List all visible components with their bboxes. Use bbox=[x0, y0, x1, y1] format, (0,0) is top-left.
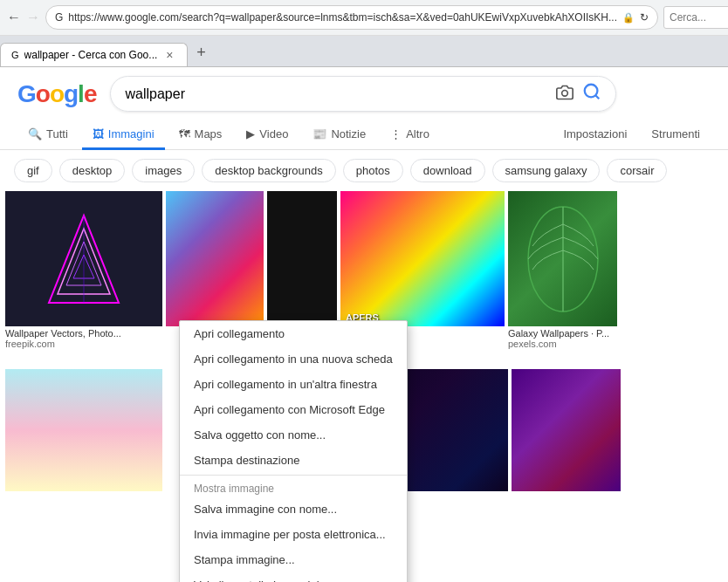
tab-favicon: G bbox=[11, 50, 19, 60]
ctx-send-email[interactable]: Invia immagine per posta elettronica... bbox=[180, 522, 407, 547]
logo-letter-e: e bbox=[84, 80, 97, 107]
chip-photos[interactable]: photos bbox=[343, 159, 403, 182]
image-card-8[interactable] bbox=[512, 369, 621, 491]
nav-immagini-label: Immagini bbox=[108, 127, 155, 140]
chip-desktop[interactable]: desktop bbox=[59, 159, 126, 182]
browser-toolbar: ← → G https://www.google.com/search?q=wa… bbox=[0, 0, 728, 36]
logo-letter-g: G bbox=[17, 80, 36, 107]
nav-strumenti-label: Strumenti bbox=[651, 127, 700, 140]
logo-letter-l: l bbox=[78, 80, 84, 107]
ctx-go-images-folder[interactable]: Vai alla cartella Immagini bbox=[180, 572, 407, 582]
logo-letter-o1: o bbox=[36, 80, 50, 107]
svg-point-0 bbox=[562, 90, 568, 96]
logo-letter-g2: g bbox=[64, 80, 78, 107]
ctx-save-object[interactable]: Salva oggetto con nome... bbox=[180, 422, 407, 448]
nav-video-label: Video bbox=[259, 127, 288, 140]
search-bar bbox=[110, 76, 616, 112]
image-source-5: pexels.com bbox=[508, 339, 617, 349]
nav-notizie-label: Notizie bbox=[331, 127, 366, 140]
image-col-1: Wallpaper Vectors, Photo... freepik.com bbox=[5, 191, 162, 366]
nav-item-immagini[interactable]: 🖼 Immagini bbox=[82, 120, 165, 150]
nav-strumenti[interactable]: Strumenti bbox=[641, 120, 711, 150]
lock-icon: 🔒 bbox=[622, 12, 635, 24]
image-card-5[interactable] bbox=[508, 191, 617, 326]
image-card-4[interactable]: APERS bbox=[340, 191, 505, 326]
images-nav-icon: 🖼 bbox=[93, 127, 104, 140]
browser-search-input[interactable] bbox=[663, 6, 728, 29]
ctx-print-target[interactable]: Stampa destinazione bbox=[180, 448, 407, 473]
chip-images[interactable]: images bbox=[132, 159, 195, 182]
address-bar: G https://www.google.com/search?q=wallpa… bbox=[45, 5, 658, 30]
chip-samsung-galaxy[interactable]: samsung galaxy bbox=[492, 159, 601, 182]
nav-item-tutti[interactable]: 🔍 Tutti bbox=[17, 120, 79, 150]
chip-desktop-backgrounds[interactable]: desktop backgrounds bbox=[202, 159, 336, 182]
ctx-open-edge[interactable]: Apri collegamento con Microsoft Edge bbox=[180, 397, 407, 422]
image-card-2[interactable] bbox=[166, 191, 264, 326]
nav-impostazioni[interactable]: Impostazioni bbox=[553, 120, 637, 150]
image-source-1: freepik.com bbox=[5, 339, 162, 349]
image-card-1[interactable] bbox=[5, 191, 162, 326]
ctx-section-show-image: Mostra immagine bbox=[180, 477, 407, 496]
ctx-open-new-window[interactable]: Apri collegamento in un'altra finestra bbox=[180, 372, 407, 397]
nav-item-notizie[interactable]: 📰 Notizie bbox=[302, 120, 376, 150]
news-nav-icon: 📰 bbox=[312, 127, 326, 140]
chip-corsair[interactable]: corsair bbox=[607, 159, 667, 182]
active-tab[interactable]: G wallpaper - Cerca con Goo... × bbox=[0, 43, 188, 66]
image-card-6[interactable] bbox=[5, 369, 162, 491]
nav-tutti-label: Tutti bbox=[46, 127, 68, 140]
tab-bar: G wallpaper - Cerca con Goo... × + bbox=[0, 36, 728, 67]
google-logo: Google bbox=[17, 80, 96, 108]
image-card-3[interactable] bbox=[267, 191, 337, 326]
new-tab-button[interactable]: + bbox=[188, 39, 215, 66]
search-input[interactable] bbox=[125, 86, 547, 102]
forward-button[interactable]: → bbox=[26, 5, 40, 30]
image-label-1: Wallpaper Vectors, Photo... bbox=[5, 328, 162, 339]
ctx-save-image[interactable]: Salva immagine con nome... bbox=[180, 496, 407, 522]
search-nav-icon: 🔍 bbox=[28, 127, 42, 140]
nav-item-maps[interactable]: 🗺 Maps bbox=[168, 120, 233, 150]
ctx-print-image[interactable]: Stampa immagine... bbox=[180, 547, 407, 572]
image-col-5: Galaxy Wallpapers · P... pexels.com bbox=[508, 191, 617, 366]
svg-point-1 bbox=[585, 85, 598, 98]
back-button[interactable]: ← bbox=[7, 5, 21, 30]
nav-maps-label: Maps bbox=[195, 127, 223, 140]
chips-row: gif desktop images desktop backgrounds p… bbox=[0, 150, 728, 191]
google-page: Google 🔍 Tutti 🖼 Im bbox=[0, 67, 728, 582]
nav-impostazioni-label: Impostazioni bbox=[563, 127, 627, 140]
site-favicon: G bbox=[55, 11, 63, 24]
svg-line-2 bbox=[596, 95, 600, 99]
ctx-open-link[interactable]: Apri collegamento bbox=[180, 321, 407, 346]
nav-item-video[interactable]: ▶ Video bbox=[236, 120, 299, 150]
video-nav-icon: ▶ bbox=[246, 127, 255, 140]
url-text: https://www.google.com/search?q=wallpape… bbox=[68, 11, 617, 24]
nav-item-altro[interactable]: ⋮ Altro bbox=[380, 120, 440, 150]
image-label-5: Galaxy Wallpapers · P... bbox=[508, 328, 617, 339]
context-menu: Apri collegamento Apri collegamento in u… bbox=[179, 320, 408, 582]
google-header: Google bbox=[0, 67, 728, 120]
ctx-divider-1 bbox=[180, 475, 407, 476]
ctx-open-new-tab[interactable]: Apri collegamento in una nuova scheda bbox=[180, 346, 407, 372]
chip-gif[interactable]: gif bbox=[14, 159, 52, 182]
google-nav: 🔍 Tutti 🖼 Immagini 🗺 Maps ▶ Video 📰 Noti… bbox=[0, 120, 728, 150]
chip-download[interactable]: download bbox=[410, 159, 485, 182]
maps-nav-icon: 🗺 bbox=[179, 127, 190, 140]
logo-letter-o2: o bbox=[50, 80, 64, 107]
refresh-icon: ↻ bbox=[640, 11, 649, 24]
camera-search-button[interactable] bbox=[556, 84, 573, 105]
nav-altro-label: Altro bbox=[406, 127, 429, 140]
tab-title: wallpaper - Cerca con Goo... bbox=[24, 49, 158, 61]
search-button[interactable] bbox=[582, 82, 601, 106]
tab-close-button[interactable]: × bbox=[162, 48, 176, 62]
more-nav-icon: ⋮ bbox=[390, 127, 402, 140]
